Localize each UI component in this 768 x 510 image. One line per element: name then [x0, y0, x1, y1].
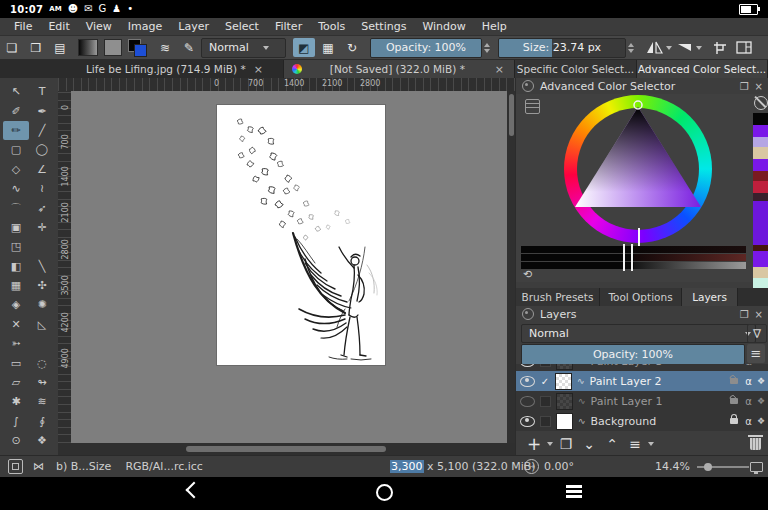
alpha-lock-icon[interactable]: α — [745, 396, 752, 407]
mirror-vertical-caret[interactable] — [696, 46, 702, 50]
refresh-history-icon[interactable]: ⟲ — [523, 268, 532, 281]
alpha-lock-icon[interactable]: α — [745, 364, 752, 367]
shade-selector-row[interactable] — [521, 246, 746, 253]
tool-rectangle[interactable]: ▢ — [3, 140, 29, 159]
history-swatch[interactable] — [753, 181, 768, 193]
history-swatch[interactable] — [753, 113, 768, 125]
menu-filter[interactable]: Filter — [267, 20, 310, 33]
trim-icon[interactable] — [709, 38, 731, 57]
tool-dynamic-brush[interactable]: ⌒ — [3, 198, 29, 217]
layer-name[interactable]: Paint Layer 2 — [590, 375, 724, 388]
history-swatch[interactable] — [753, 125, 768, 137]
tool-magnetic-select[interactable]: ∮ — [29, 412, 55, 431]
color-profile-status[interactable]: RGB/Al...rc.icc — [125, 460, 202, 473]
tool-multibrush[interactable]: ➶ — [29, 198, 55, 217]
tool-bezier-curve[interactable]: ∿ — [3, 179, 29, 198]
tool-select-shapes[interactable]: ↖ — [3, 82, 29, 101]
canvas[interactable] — [217, 105, 385, 365]
preserve-alpha-button[interactable]: ▦ — [317, 38, 339, 57]
history-swatch[interactable] — [753, 251, 768, 267]
mirror-vertical-icon[interactable] — [673, 38, 695, 57]
menu-tools[interactable]: Tools — [310, 20, 353, 33]
tool-similar-color-select[interactable]: ≋ — [29, 392, 55, 411]
tool-assistants[interactable]: ✕ — [3, 315, 29, 334]
menu-image[interactable]: Image — [120, 20, 170, 33]
tool-ellipse[interactable]: ◯ — [29, 140, 55, 159]
tool-reference-images[interactable]: ➳ — [3, 334, 29, 353]
document-tab-2[interactable]: [Not Saved] (322.0 MiB) * × — [284, 60, 515, 78]
visibility-eye-icon[interactable] — [520, 396, 535, 407]
menu-window[interactable]: Window — [414, 20, 473, 33]
brush-settings-button[interactable]: ≋ — [154, 38, 176, 57]
tool-edit-shapes[interactable]: ✐ — [3, 101, 29, 120]
blend-mode-dropdown[interactable]: Normal — [201, 38, 286, 58]
mirror-horizontal-icon[interactable] — [643, 38, 665, 57]
tool-text[interactable]: T — [29, 82, 55, 101]
tool-freehand-path[interactable]: ≀ — [29, 179, 55, 198]
layer-checkbox[interactable] — [540, 364, 551, 367]
opacity-spinner[interactable] — [484, 43, 490, 53]
close-docker-icon[interactable]: × — [755, 309, 763, 320]
tool-smart-patch[interactable]: ✣ — [29, 276, 55, 295]
tool-transform[interactable]: ▣ — [3, 218, 29, 237]
tool-calligraphy[interactable]: ✒ — [29, 101, 55, 120]
close-docker-icon[interactable]: × — [755, 81, 763, 92]
size-spinner[interactable] — [628, 43, 634, 53]
canvas-vertical-scrollbar[interactable] — [507, 91, 515, 443]
inherit-alpha-icon[interactable]: ❖ — [757, 376, 765, 386]
delete-layer-button[interactable] — [750, 438, 761, 450]
layer-row-background[interactable]: ∿ Background α ❖ — [516, 411, 768, 431]
gradient-chooser[interactable] — [78, 39, 98, 56]
layer-thumbnail[interactable] — [556, 413, 573, 430]
menu-edit[interactable]: Edit — [40, 20, 77, 33]
tool-ellipse-select[interactable]: ◌ — [29, 353, 55, 372]
layer-properties-caret[interactable] — [648, 442, 654, 446]
open-document-button[interactable]: ❒ — [25, 38, 47, 57]
history-swatch[interactable] — [753, 267, 768, 278]
inherit-alpha-icon[interactable]: ❖ — [757, 396, 765, 406]
menu-view[interactable]: View — [78, 20, 120, 33]
layer-checkbox[interactable] — [540, 396, 551, 407]
selector-settings-icon[interactable] — [525, 99, 540, 114]
tool-contiguous-select[interactable]: ✱ — [3, 392, 29, 411]
pattern-chooser[interactable] — [104, 39, 122, 56]
history-swatch[interactable] — [753, 171, 768, 181]
display-mode-icon[interactable] — [750, 462, 763, 472]
selection-display-icon[interactable] — [8, 459, 23, 474]
layer-name[interactable]: Background — [591, 415, 724, 428]
foreground-background-colors[interactable] — [128, 39, 147, 57]
layer-blend-mode-dropdown[interactable]: Normal — [521, 324, 756, 343]
duplicate-layer-button[interactable]: ❐ — [556, 435, 576, 453]
layer-row-paint-layer-2[interactable]: ✓ ∿ Paint Layer 2 α ❖ — [516, 371, 768, 391]
history-swatch[interactable] — [753, 147, 768, 159]
home-icon[interactable] — [376, 484, 393, 501]
layer-thumbnail[interactable] — [556, 364, 573, 370]
close-icon[interactable]: × — [493, 63, 506, 76]
layer-properties-button[interactable]: ≡ — [625, 435, 645, 453]
tab-specific-color-selector[interactable]: Specific Color Select... — [515, 60, 637, 78]
history-swatch[interactable] — [753, 193, 768, 201]
layer-list-menu-icon[interactable]: ≡ — [747, 344, 765, 363]
layer-row-clipped[interactable]: ∿ Paint Layer 3 α ❖ — [516, 364, 768, 371]
menu-file[interactable]: File — [6, 20, 40, 33]
tool-gradient[interactable]: ◧ — [3, 257, 29, 276]
layer-thumbnail[interactable] — [555, 373, 572, 390]
layer-thumbnail[interactable] — [556, 393, 573, 410]
workspace-chooser-icon[interactable] — [733, 38, 755, 57]
close-icon[interactable]: × — [252, 63, 265, 76]
tool-zoom[interactable]: ⊙ — [3, 431, 29, 450]
tool-freehand-brush[interactable]: ✏ — [3, 121, 29, 140]
layer-name[interactable]: Paint Layer 3 — [591, 364, 724, 368]
mirror-horizontal-caret[interactable] — [666, 46, 672, 50]
eraser-toggle-button[interactable]: ◩ — [293, 38, 315, 57]
recents-menu-icon[interactable] — [566, 485, 582, 488]
float-docker-icon[interactable]: ❐ — [740, 309, 749, 320]
brush-preset-chooser[interactable]: ✎ — [178, 38, 200, 57]
tool-measure[interactable]: ◺ — [29, 315, 55, 334]
layer-checkbox[interactable] — [540, 416, 551, 427]
tool-pan[interactable]: ❖ — [29, 431, 55, 450]
unlock-icon[interactable] — [730, 378, 738, 384]
menu-layer[interactable]: Layer — [170, 20, 217, 33]
inherit-alpha-icon[interactable]: ❖ — [757, 364, 765, 366]
alpha-lock-icon[interactable]: α — [745, 376, 752, 387]
